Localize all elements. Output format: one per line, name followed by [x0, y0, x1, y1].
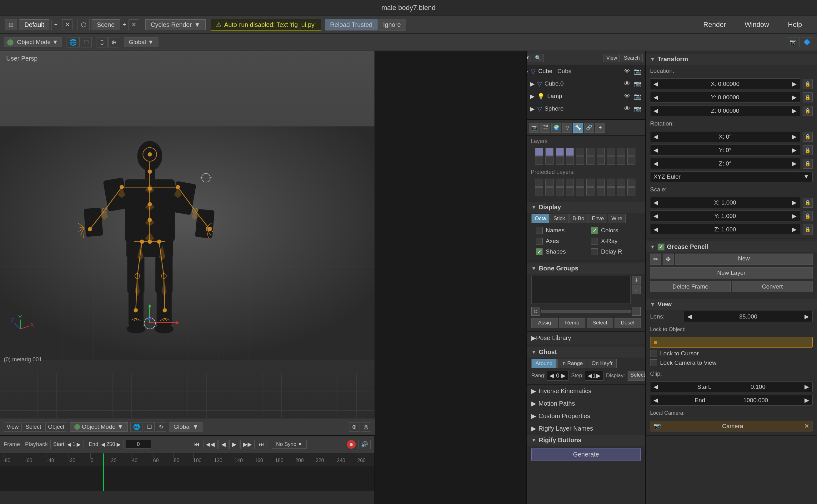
rot-z-lock[interactable]: 🔒 — [803, 159, 813, 169]
sync-selector[interactable]: No Sync ▼ — [272, 440, 307, 449]
prop-icon-particles[interactable]: ✦ — [595, 123, 605, 133]
layer-16[interactable] — [586, 156, 594, 165]
view-icon-btn[interactable]: 🌐 — [67, 37, 80, 47]
prop-icon-armature[interactable]: 🦴 — [573, 123, 583, 133]
prop-icon-render[interactable]: 📷 — [529, 123, 539, 133]
menu-render[interactable]: Render — [697, 18, 732, 31]
euler-select[interactable]: XYZ Euler ▼ — [650, 171, 813, 182]
clip-start-field[interactable]: ◀ Start: 0.100 ▶ — [650, 381, 813, 392]
transform-orientation-selector[interactable]: Global ▼ — [124, 37, 158, 47]
obj-cube0-vis[interactable]: 👁 — [624, 80, 630, 87]
playhead[interactable] — [103, 453, 104, 491]
display-stick-btn[interactable]: Stick — [550, 214, 568, 223]
custom-properties-header[interactable]: ▶ Custom Properties — [527, 410, 645, 422]
snap-icon-btn[interactable]: ⊕ — [349, 422, 359, 432]
rot-y-field[interactable]: ◀ Y: 0° ▶ — [650, 145, 800, 156]
transform-pivot-btn[interactable]: ⬡ — [96, 37, 107, 47]
layer-3[interactable] — [556, 148, 564, 156]
layer-4[interactable] — [566, 148, 574, 156]
select-menu-btn[interactable]: Select — [23, 422, 44, 432]
obj-sphere-render[interactable]: 📷 — [634, 105, 641, 112]
loc-y-lock[interactable]: 🔒 — [803, 92, 813, 102]
layer-19[interactable] — [617, 156, 625, 165]
bone-groups-add-btn[interactable]: + — [632, 276, 641, 284]
workspace-close-btn[interactable]: ✕ — [62, 19, 72, 30]
camera-close-btn[interactable]: ✕ — [804, 422, 809, 430]
layer-2[interactable] — [545, 148, 553, 156]
prot-layer-10[interactable] — [627, 179, 636, 187]
layer-9[interactable] — [617, 148, 625, 156]
display-btn[interactable]: ☐ — [81, 37, 92, 47]
render-engine-selector[interactable]: Cycles Render ▼ — [145, 19, 206, 30]
obj-cube0-render[interactable]: 📷 — [634, 80, 641, 87]
display-section-header[interactable]: ▼ Display — [527, 202, 645, 213]
prot-layer-14[interactable] — [566, 187, 574, 195]
layer-5[interactable] — [576, 148, 584, 156]
layer-8[interactable] — [607, 148, 615, 156]
layer-1[interactable] — [535, 148, 543, 156]
rot-y-lock[interactable]: 🔒 — [803, 145, 813, 155]
prot-layer-11[interactable] — [535, 187, 543, 195]
camera-field[interactable]: 📷 Camera ✕ — [650, 421, 813, 432]
prot-layer-20[interactable] — [627, 187, 636, 195]
bone-assign-btn[interactable]: Assig — [531, 318, 558, 328]
mode-selector[interactable]: Object Mode ▼ — [70, 422, 128, 432]
ghost-range-btn[interactable]: In Range — [557, 359, 587, 368]
outliner-search-text-btn[interactable]: Search — [621, 54, 643, 62]
colors-checkbox[interactable] — [591, 227, 598, 234]
prot-layer-13[interactable] — [556, 187, 564, 195]
rigify-layer-names-header[interactable]: ▶ Rigify Layer Names — [527, 422, 645, 435]
snap-btn[interactable]: ⊕ — [108, 37, 119, 47]
scale-z-lock[interactable]: 🔒 — [803, 225, 813, 235]
object-menu-btn[interactable]: Object — [45, 422, 67, 432]
ghost-header[interactable]: ▼ Ghost — [527, 347, 645, 358]
obj-sphere-vis[interactable]: 👁 — [624, 105, 630, 112]
layer-18[interactable] — [607, 156, 615, 165]
start-arrows-left[interactable]: ◀ — [67, 441, 71, 448]
workspace-add-btn[interactable]: + — [51, 20, 60, 30]
scale-x-field[interactable]: ◀ X: 1.000 ▶ — [650, 197, 800, 208]
viewport-icon1[interactable]: 🌐 — [130, 422, 143, 432]
scale-x-lock[interactable]: 🔒 — [803, 198, 813, 208]
prot-layer-3[interactable] — [556, 179, 564, 187]
rot-z-field[interactable]: ◀ Z: 0° ▶ — [650, 158, 800, 169]
record-btn[interactable]: ● — [347, 440, 356, 449]
bone-groups-header[interactable]: ▼ Bone Groups — [527, 263, 645, 274]
gp-erase-icon[interactable]: ✤ — [663, 254, 674, 265]
names-checkbox[interactable] — [536, 227, 542, 234]
prot-layer-7[interactable] — [597, 179, 605, 187]
generate-btn[interactable]: Generate — [531, 448, 641, 461]
layer-14[interactable] — [566, 156, 574, 165]
workspace-icon-btn[interactable]: ⊞ — [5, 19, 17, 30]
play-back-btn[interactable]: ◀ — [219, 440, 229, 449]
start-frame-field[interactable]: Start: ◀ 1 ▶ — [50, 440, 83, 449]
layer-15[interactable] — [576, 156, 584, 165]
prot-layer-2[interactable] — [545, 179, 553, 187]
gp-draw-icon[interactable]: ✏ — [650, 254, 661, 265]
ghost-around-btn[interactable]: Around — [531, 359, 557, 368]
delay-r-checkbox[interactable] — [591, 248, 598, 255]
grease-pencil-header[interactable]: ▼ Grease Pencil — [646, 241, 817, 252]
view-header[interactable]: ▼ View — [646, 299, 817, 310]
prot-layer-8[interactable] — [607, 179, 615, 187]
scene-add-btn[interactable]: + — [120, 20, 129, 30]
bone-desel-btn[interactable]: Desel — [615, 318, 641, 328]
loc-y-field[interactable]: ◀ Y: 0.00000 ▶ — [650, 92, 800, 103]
ghost-select-field[interactable]: Selecte — [628, 371, 645, 381]
prot-layer-19[interactable] — [617, 187, 625, 195]
obj-sphere-item[interactable]: ▶ ▽ Sphere 👁 📷 — [526, 102, 645, 115]
scale-y-field[interactable]: ◀ Y: 1.000 ▶ — [650, 210, 800, 221]
end-frame-field[interactable]: End: ◀ 250 ▶ — [86, 440, 123, 449]
loc-z-lock[interactable]: 🔒 — [803, 106, 813, 116]
workspace-selector[interactable]: Default — [19, 19, 49, 30]
gp-new-layer-btn[interactable]: New Layer — [650, 267, 813, 279]
jump-start-btn[interactable]: ⏮ — [191, 440, 202, 449]
obj-cube-item[interactable]: ▶ ▽ Cube Cube 👁 📷 — [526, 65, 645, 77]
ghost-step-field[interactable]: ◀ 1 ▶ — [585, 371, 603, 381]
gp-new-btn[interactable]: New — [675, 254, 813, 265]
prot-layer-15[interactable] — [576, 187, 584, 195]
jump-end-btn[interactable]: ⏭ — [256, 440, 267, 449]
audio-btn[interactable]: 🔊 — [358, 440, 371, 449]
prop-icon-world[interactable]: 🌍 — [551, 123, 561, 133]
render-icon-btn[interactable]: 🔷 — [801, 37, 813, 47]
